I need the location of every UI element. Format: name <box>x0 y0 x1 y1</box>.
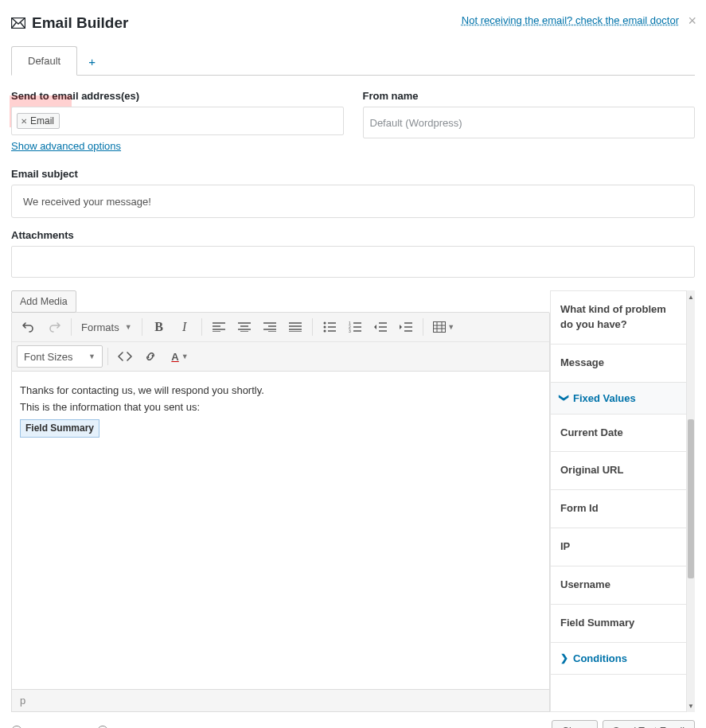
editor-line-1: Thanks for contacting us, we will respon… <box>20 383 541 399</box>
svg-point-2 <box>323 326 326 329</box>
page-title: Email Builder <box>32 14 128 32</box>
envelope-icon <box>11 18 25 29</box>
chevron-down-icon: ❯ <box>559 394 570 402</box>
undo-icon[interactable] <box>17 316 41 338</box>
align-right-icon[interactable] <box>258 316 282 338</box>
from-name-placeholder: Default (Wordpress) <box>370 117 462 129</box>
editor-status-bar: p <box>11 690 550 712</box>
redo-icon[interactable] <box>42 316 66 338</box>
email-doctor-link[interactable]: Not receiving the email? check the email… <box>462 14 679 26</box>
side-header-conditions[interactable]: ❯ Conditions <box>551 643 686 675</box>
align-center-icon[interactable] <box>232 316 256 338</box>
send-to-input[interactable]: ✕ Email <box>11 107 344 135</box>
italic-icon[interactable]: I <box>173 316 197 338</box>
side-header-fixed-values[interactable]: ❯ Fixed Values <box>551 383 686 415</box>
svg-point-3 <box>323 330 326 333</box>
table-icon[interactable]: ▼ <box>428 316 460 338</box>
side-item-message[interactable]: Message <box>551 345 686 383</box>
code-icon[interactable] <box>113 345 137 368</box>
formats-select[interactable]: Formats▼ <box>76 316 137 338</box>
scroll-up-icon[interactable]: ▲ <box>687 290 695 303</box>
bold-icon[interactable]: B <box>147 316 171 338</box>
align-justify-icon[interactable] <box>283 316 307 338</box>
text-color-icon[interactable]: A ▼ <box>164 345 196 368</box>
editor-line-2: This is the information that you sent us… <box>20 399 541 416</box>
status-path: p <box>20 695 25 707</box>
show-id-radio[interactable]: Show Id <box>97 726 153 729</box>
remove-tag-icon[interactable]: ✕ <box>21 117 27 126</box>
tab-default[interactable]: Default <box>11 46 77 76</box>
add-media-button[interactable]: Add Media <box>11 290 76 313</box>
attachments-label: Attachments <box>11 229 695 241</box>
indent-icon[interactable] <box>394 316 418 338</box>
editor-toolbar: Formats▼ B I 123 ▼ <box>11 312 550 372</box>
scroll-down-icon[interactable]: ▼ <box>687 699 695 712</box>
side-item-original-url[interactable]: Original URL <box>551 452 686 490</box>
side-scrollbar[interactable]: ▲ ▼ <box>687 290 695 712</box>
send-test-email-button[interactable]: Send Test Email <box>603 720 695 728</box>
add-tab-button[interactable]: + <box>77 49 107 75</box>
scroll-thumb[interactable] <box>688 419 694 578</box>
side-item-form-id[interactable]: Form Id <box>551 490 686 528</box>
fields-side-panel: What kind of problem do you have? Messag… <box>550 290 687 712</box>
email-tag-label: Email <box>30 115 54 127</box>
close-icon[interactable]: × <box>688 13 696 29</box>
bullet-list-icon[interactable] <box>318 316 341 338</box>
outdent-icon[interactable] <box>369 316 392 338</box>
subject-input[interactable]: We received your message! <box>11 185 695 218</box>
from-name-input[interactable]: Default (Wordpress) <box>363 107 696 138</box>
show-label-radio[interactable]: Show Label <box>11 726 84 729</box>
svg-text:3: 3 <box>349 329 351 333</box>
email-tag[interactable]: ✕ Email <box>17 113 60 129</box>
subject-label: Email subject <box>11 168 695 180</box>
svg-point-1 <box>323 322 326 325</box>
side-item-current-date[interactable]: Current Date <box>551 415 686 453</box>
scroll-track[interactable] <box>687 303 695 699</box>
close-button[interactable]: Close <box>552 720 598 728</box>
svg-rect-7 <box>434 322 446 333</box>
advanced-options-link[interactable]: Show advanced options <box>11 140 344 152</box>
subject-value: We received your message! <box>23 196 151 208</box>
font-sizes-select[interactable]: Font Sizes▼ <box>17 345 103 368</box>
side-item-problem[interactable]: What kind of problem do you have? <box>551 291 686 345</box>
align-left-icon[interactable] <box>207 316 231 338</box>
attachments-input[interactable] <box>11 246 695 278</box>
from-name-label: From name <box>363 90 696 102</box>
side-item-username[interactable]: Username <box>551 566 686 605</box>
side-item-field-summary[interactable]: Field Summary <box>551 605 686 643</box>
numbered-list-icon[interactable]: 123 <box>343 316 367 338</box>
field-summary-tag[interactable]: Field Summary <box>20 419 99 438</box>
side-item-ip[interactable]: IP <box>551 528 686 566</box>
editor-body[interactable]: Thanks for contacting us, we will respon… <box>11 372 550 690</box>
chevron-right-icon: ❯ <box>560 652 568 664</box>
link-icon[interactable] <box>138 345 162 368</box>
